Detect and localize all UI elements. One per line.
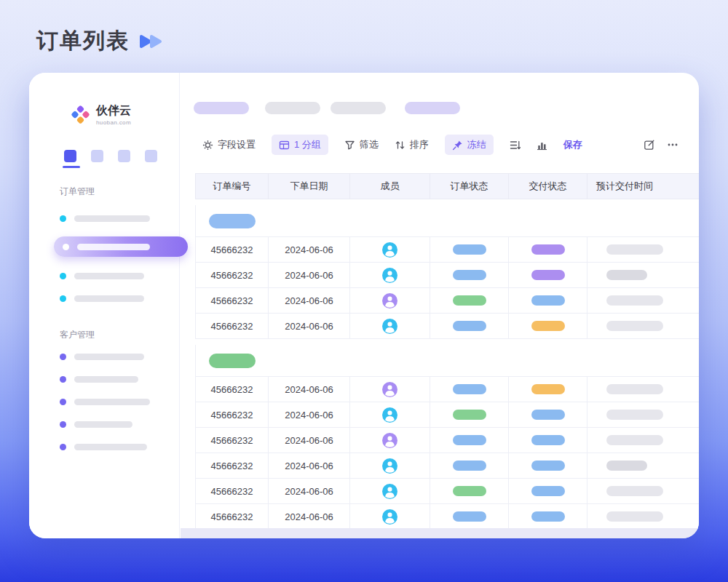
field-settings-button[interactable]: 字段设置 <box>202 138 256 151</box>
filter-button[interactable]: 筛选 <box>344 138 379 151</box>
order-date-cell: 2024-06-06 <box>269 314 350 338</box>
order-date-cell: 2024-06-06 <box>269 237 350 262</box>
column-header-delivery[interactable]: 交付状态 <box>509 174 587 199</box>
eta-cell <box>587 263 698 287</box>
table-row[interactable]: 456662322024-06-06 <box>196 377 699 402</box>
member-avatar-icon <box>382 268 397 283</box>
group-header-row[interactable] <box>196 345 699 377</box>
toolbar: 字段设置 1 分组 筛选 <box>202 134 678 156</box>
eta-placeholder <box>606 244 663 255</box>
grid-icon <box>279 140 290 151</box>
logo[interactable]: 伙伴云 huoban.com <box>70 103 131 126</box>
order-date-cell: 2024-06-06 <box>269 428 350 453</box>
table-row[interactable]: 456662322024-06-06 <box>196 504 699 530</box>
share-edit-button[interactable] <box>644 139 655 151</box>
eta-placeholder <box>606 295 663 306</box>
sidebar-item[interactable] <box>60 354 144 360</box>
sidebar-item[interactable] <box>60 215 150 222</box>
member-avatar-icon <box>382 319 397 334</box>
save-button[interactable]: 保存 <box>563 138 582 151</box>
member-avatar-icon <box>382 382 397 397</box>
member-cell <box>350 428 430 453</box>
workspace-tab[interactable] <box>118 150 130 162</box>
workspace-tab-active[interactable] <box>64 150 76 162</box>
column-header-eta[interactable]: 预计交付时间 <box>587 174 698 199</box>
delivery-status-pill <box>531 321 565 331</box>
delivery-status-cell <box>509 263 587 287</box>
item-dot-icon <box>60 273 66 279</box>
row-height-button[interactable] <box>510 140 521 151</box>
sidebar-item[interactable] <box>60 295 144 302</box>
column-header-status[interactable]: 订单状态 <box>430 174 509 199</box>
delivery-status-pill <box>531 244 565 255</box>
logo-domain: huoban.com <box>96 119 131 126</box>
order-date-cell: 2024-06-06 <box>269 453 350 478</box>
column-header-date[interactable]: 下单日期 <box>269 174 350 199</box>
order-status-cell <box>430 288 509 313</box>
more-button[interactable] <box>667 139 678 151</box>
breadcrumb-placeholder <box>405 102 460 114</box>
delivery-status-pill <box>531 461 565 471</box>
member-avatar-icon <box>382 458 397 474</box>
sidebar-item[interactable] <box>60 376 138 383</box>
page-title: 订单列表 <box>36 26 130 56</box>
table-row[interactable]: 456662322024-06-06 <box>196 402 699 428</box>
order-status-pill <box>453 384 486 394</box>
order-status-cell <box>430 479 509 503</box>
sidebar-section-orders: 订单管理 <box>60 186 95 198</box>
workspace-tab[interactable] <box>91 150 103 162</box>
table-row[interactable]: 456662322024-06-06 <box>196 314 699 339</box>
member-cell <box>350 453 430 478</box>
order-date-cell: 2024-06-06 <box>269 504 350 529</box>
sidebar-item[interactable] <box>60 399 150 405</box>
toolbar-right <box>644 139 678 151</box>
table-row[interactable]: 456662322024-06-06 <box>196 479 699 504</box>
table-row[interactable]: 456662322024-06-06 <box>196 288 699 314</box>
stats-button[interactable] <box>537 140 547 151</box>
delivery-status-pill <box>531 384 565 394</box>
eta-placeholder <box>606 486 663 496</box>
order-status-cell <box>430 504 509 529</box>
order-status-cell <box>430 237 509 262</box>
eta-placeholder <box>606 511 663 522</box>
order-number-cell: 45666232 <box>196 263 269 287</box>
table-row[interactable]: 456662322024-06-06 <box>196 428 699 453</box>
member-cell <box>350 377 430 402</box>
freeze-button[interactable]: 冻结 <box>445 135 494 155</box>
sidebar-item[interactable] <box>60 444 147 450</box>
column-header-order-no[interactable]: 订单编号 <box>196 174 269 199</box>
member-avatar-icon <box>382 407 397 423</box>
sidebar-item[interactable] <box>60 273 144 279</box>
delivery-status-pill <box>531 511 565 522</box>
delivery-status-pill <box>531 270 565 280</box>
table-row[interactable]: 456662322024-06-06 <box>196 263 699 288</box>
order-date-cell: 2024-06-06 <box>269 479 350 503</box>
sort-arrows-icon <box>395 140 405 151</box>
eta-placeholder <box>606 410 663 420</box>
member-avatar-icon <box>382 242 397 258</box>
table-row[interactable]: 456662322024-06-06 <box>196 453 699 479</box>
column-header-member[interactable]: 成员 <box>350 174 430 199</box>
breadcrumb-placeholder <box>265 102 320 114</box>
order-status-pill <box>453 486 486 496</box>
order-status-cell <box>430 402 509 427</box>
sidebar-item-active[interactable] <box>54 236 188 257</box>
sidebar-item[interactable] <box>60 421 132 428</box>
order-date-cell: 2024-06-06 <box>269 377 350 402</box>
member-avatar-icon <box>382 293 397 308</box>
group-header-row[interactable] <box>196 205 699 237</box>
group-gap <box>195 339 699 345</box>
delivery-status-cell <box>509 377 587 402</box>
group-button[interactable]: 1 分组 <box>272 135 328 155</box>
member-cell <box>350 479 430 503</box>
order-number-cell: 45666232 <box>196 288 269 313</box>
breadcrumb-placeholder <box>331 102 386 114</box>
funnel-icon <box>344 140 355 151</box>
sort-button[interactable]: 排序 <box>395 138 429 151</box>
gear-icon <box>202 140 213 151</box>
order-number-cell: 45666232 <box>196 453 269 478</box>
workspace-tab[interactable] <box>145 150 157 162</box>
order-status-cell <box>430 263 509 287</box>
field-settings-label: 字段设置 <box>218 138 256 151</box>
table-row[interactable]: 456662322024-06-06 <box>196 237 699 263</box>
